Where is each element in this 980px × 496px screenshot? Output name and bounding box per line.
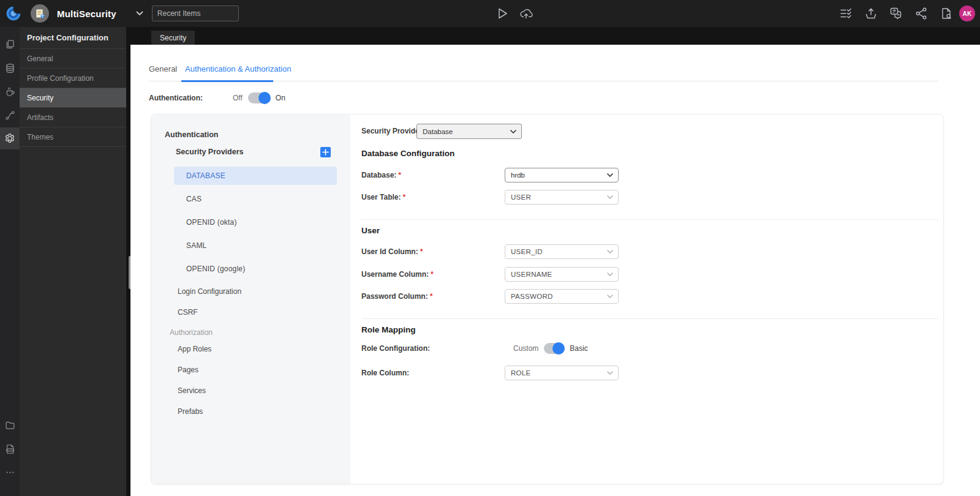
database-row: Database:* hrdb	[361, 168, 938, 182]
section-divider	[361, 219, 938, 220]
database-label-text: Database:	[361, 171, 396, 179]
project-config-sidebar: Project Configuration General Profile Co…	[20, 27, 126, 496]
nav-item-pages[interactable]: Pages	[178, 365, 198, 375]
provider-item-cas[interactable]: CAS	[174, 190, 337, 208]
user-id-column-label: User Id Column:*	[361, 244, 423, 259]
password-column-select[interactable]: PASSWORD	[505, 289, 619, 304]
role-column-row: Role Column: ROLE	[361, 366, 938, 380]
username-column-select[interactable]: USERNAME	[505, 267, 619, 282]
password-column-row: Password Column:* PASSWORD	[361, 289, 938, 304]
recent-items-input[interactable]	[152, 6, 239, 21]
password-column-label: Password Column:*	[361, 289, 432, 304]
provider-item-database[interactable]: DATABASE	[174, 167, 337, 185]
pages-icon[interactable]	[0, 33, 20, 55]
username-column-label: Username Column:*	[361, 267, 434, 282]
share-icon[interactable]	[914, 7, 928, 20]
chevron-down-icon	[510, 130, 516, 133]
security-window-tab[interactable]: Security	[151, 31, 195, 45]
add-provider-button[interactable]	[320, 147, 331, 157]
user-heading: User	[361, 226, 380, 235]
sidebar-title: Project Configuration	[20, 27, 126, 49]
security-provider-value: Database	[417, 128, 453, 135]
role-configuration-label: Role Configuration:	[361, 343, 430, 354]
active-tab-underline	[181, 80, 273, 82]
role-custom-label: Custom	[513, 344, 538, 353]
icon-rail: LOG	[0, 27, 20, 496]
chevron-down-icon	[607, 371, 613, 375]
toggle-on-label: On	[276, 94, 285, 102]
security-settings-panel: General Authentication & Authorization A…	[130, 45, 980, 496]
username-label-text: Username Column:	[361, 270, 429, 279]
sidebar-item-security[interactable]: Security	[20, 88, 126, 108]
chevron-down-icon	[607, 173, 613, 177]
required-asterisk: *	[430, 292, 433, 301]
security-provider-select[interactable]: Database	[417, 124, 522, 139]
chevron-down-icon[interactable]	[136, 11, 143, 16]
nav-item-prefabs[interactable]: Prefabs	[178, 407, 203, 416]
security-provider-row: Security Provider Database	[361, 124, 938, 139]
file-preview-icon[interactable]	[940, 7, 953, 20]
folder-icon[interactable]	[0, 414, 20, 436]
nav-item-login-configuration[interactable]: Login Configuration	[178, 287, 241, 296]
authentication-section-header: Authentication	[165, 130, 219, 139]
role-column-select[interactable]: ROLE	[505, 366, 619, 380]
required-asterisk: *	[402, 193, 405, 201]
sidebar-item-themes[interactable]: Themes	[20, 127, 126, 147]
database-icon[interactable]	[0, 57, 20, 79]
nav-item-services[interactable]: Services	[178, 386, 206, 396]
user-id-label-text: User Id Column:	[361, 247, 418, 256]
more-icon[interactable]	[0, 461, 20, 483]
toggle-knob	[258, 92, 271, 104]
user-table-value: USER	[505, 194, 531, 201]
authentication-toggle-row: Authentication: Off On	[149, 92, 285, 103]
authorization-section-header: Authorization	[170, 328, 213, 337]
project-name[interactable]: MultiSecurity	[57, 9, 116, 19]
provider-item-openid-google[interactable]: OPENID (google)	[174, 260, 337, 278]
cloud-upload-icon[interactable]	[519, 6, 533, 21]
sidebar-item-profile-configuration[interactable]: Profile Configuration	[20, 69, 126, 88]
security-nav-panel: Authentication Security Providers DATABA…	[151, 115, 350, 484]
run-icon[interactable]	[495, 6, 510, 21]
api-icon[interactable]	[0, 104, 20, 126]
tab-authentication-authorization[interactable]: Authentication & Authorization	[185, 64, 291, 73]
tab-general[interactable]: General	[149, 64, 177, 73]
settings-icon[interactable]	[0, 127, 20, 149]
chevron-down-icon	[607, 250, 613, 254]
authentication-toggle[interactable]	[248, 92, 270, 103]
user-table-label: User Table:*	[361, 190, 405, 205]
password-column-value: PASSWORD	[505, 293, 553, 300]
password-label-text: Password Column:	[361, 292, 428, 301]
role-column-label: Role Column:	[361, 366, 409, 380]
user-id-column-row: User Id Column:* USER_ID	[361, 244, 938, 259]
security-provider-label: Security Provider	[361, 124, 422, 139]
nav-item-csrf[interactable]: CSRF	[178, 307, 198, 317]
toggle-knob	[552, 342, 565, 355]
project-icon[interactable]	[31, 4, 49, 23]
user-avatar[interactable]: AK	[959, 6, 975, 21]
required-asterisk: *	[398, 171, 401, 179]
log-icon[interactable]: LOG	[0, 438, 20, 460]
java-icon[interactable]	[0, 80, 20, 102]
translate-icon[interactable]	[889, 7, 903, 20]
database-select[interactable]: hrdb	[505, 168, 619, 182]
database-configuration-heading: Database Configuration	[361, 149, 454, 158]
database-value: hrdb	[505, 171, 525, 179]
checklist-icon[interactable]	[839, 7, 853, 20]
user-table-row: User Table:* USER	[361, 190, 938, 205]
user-id-column-select[interactable]: USER_ID	[505, 244, 619, 259]
username-column-row: Username Column:* USERNAME	[361, 267, 938, 282]
required-asterisk: *	[431, 270, 434, 279]
provider-item-saml[interactable]: SAML	[174, 236, 337, 255]
user-table-select[interactable]: USER	[505, 190, 619, 205]
nav-item-app-roles[interactable]: App Roles	[178, 344, 211, 354]
sidebar-item-artifacts[interactable]: Artifacts	[20, 108, 126, 127]
provider-item-openid-okta[interactable]: OPENID (okta)	[174, 213, 337, 231]
role-mapping-heading: Role Mapping	[361, 325, 416, 334]
role-configuration-toggle[interactable]	[544, 343, 564, 354]
sidebar-item-general[interactable]: General	[20, 49, 126, 69]
security-providers-header: Security Providers	[176, 148, 243, 156]
publish-icon[interactable]	[864, 7, 878, 20]
user-table-label-text: User Table:	[361, 193, 401, 201]
wavemaker-logo	[5, 5, 22, 22]
role-configuration-row: Role Configuration: Custom Basic	[361, 343, 938, 354]
